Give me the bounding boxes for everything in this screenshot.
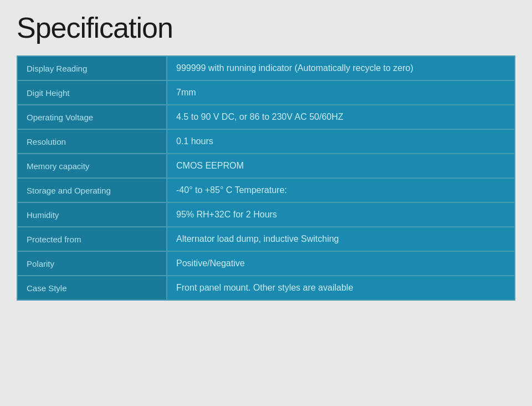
spec-label: Digit Height — [17, 80, 167, 105]
table-row: Display Reading999999 with running indic… — [17, 56, 515, 80]
table-row: Protected fromAlternator load dump, indu… — [17, 227, 515, 251]
page-title: Specification — [17, 11, 515, 44]
table-row: Memory capacityCMOS EEPROM — [17, 154, 515, 178]
spec-value: 7mm — [167, 80, 515, 105]
table-row: PolarityPositive/Negative — [17, 251, 515, 276]
spec-value: Positive/Negative — [167, 251, 515, 276]
spec-label: Storage and Operating — [17, 178, 167, 202]
table-row: Digit Height7mm — [17, 80, 515, 105]
spec-value: 999999 with running indicator (Automatic… — [167, 56, 515, 80]
spec-value: Alternator load dump, inductive Switchin… — [167, 227, 515, 251]
spec-value: 4.5 to 90 V DC, or 86 to 230V AC 50/60HZ — [167, 105, 515, 129]
spec-value: Front panel mount. Other styles are avai… — [167, 276, 515, 300]
spec-value: -40° to +85° C Temperature: — [167, 178, 515, 202]
spec-label: Humidity — [17, 202, 167, 227]
spec-label: Case Style — [17, 276, 167, 300]
specification-table: Display Reading999999 with running indic… — [17, 55, 515, 301]
spec-value: 95% RH+32C for 2 Hours — [167, 202, 515, 227]
table-row: Storage and Operating-40° to +85° C Temp… — [17, 178, 515, 202]
spec-label: Resolution — [17, 129, 167, 154]
spec-label: Memory capacity — [17, 154, 167, 178]
table-row: Operating Voltage4.5 to 90 V DC, or 86 t… — [17, 105, 515, 129]
table-row: Humidity95% RH+32C for 2 Hours — [17, 202, 515, 227]
spec-label: Operating Voltage — [17, 105, 167, 129]
table-row: Case StyleFront panel mount. Other style… — [17, 276, 515, 300]
spec-label: Polarity — [17, 251, 167, 276]
spec-label: Protected from — [17, 227, 167, 251]
spec-label: Display Reading — [17, 56, 167, 80]
table-row: Resolution0.1 hours — [17, 129, 515, 154]
spec-value: CMOS EEPROM — [167, 154, 515, 178]
spec-value: 0.1 hours — [167, 129, 515, 154]
